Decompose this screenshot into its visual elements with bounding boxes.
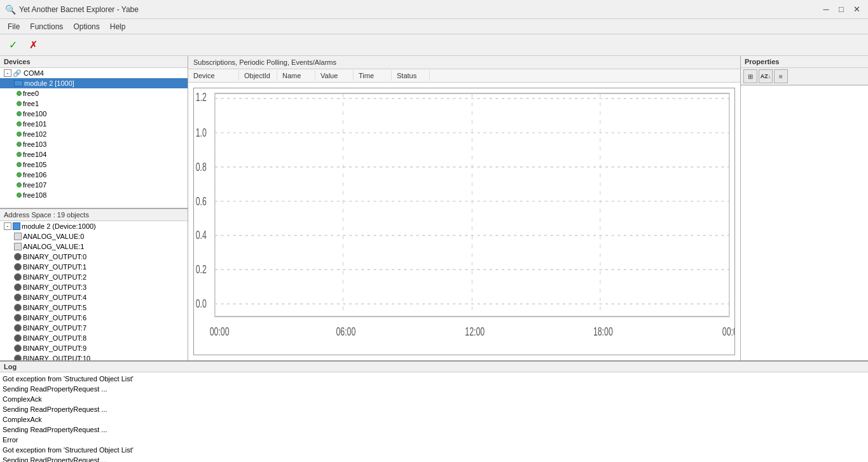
- expand-as[interactable]: -: [4, 222, 11, 230]
- com4-icon: 🔗: [13, 69, 22, 78]
- th-status: Status: [392, 71, 430, 81]
- tree-item-free103[interactable]: free103: [0, 139, 188, 149]
- binary2-label: BINARY_OUTPUT:2: [23, 273, 86, 281]
- as-binary0[interactable]: BINARY_OUTPUT:0: [0, 252, 188, 262]
- free105-label: free105: [23, 161, 46, 168]
- tree-item-free107[interactable]: free107: [0, 180, 188, 190]
- analog-icon: [14, 243, 22, 250]
- binary8-label: BINARY_OUTPUT:8: [23, 334, 86, 342]
- table-header: Device ObjectId Name Value Time Status: [188, 69, 740, 83]
- node-circle: [17, 142, 22, 147]
- tree-item-free0[interactable]: free0: [0, 88, 188, 99]
- tree-item-free104[interactable]: free104: [0, 149, 188, 160]
- log-line: Sending ReadPropertyRequest ...: [3, 425, 865, 435]
- properties-content: [741, 85, 868, 360]
- subscriptions-tab[interactable]: Subscriptions, Periodic Polling, Events/…: [188, 56, 740, 69]
- binary3-label: BINARY_OUTPUT:3: [23, 283, 86, 291]
- minimize-button[interactable]: ─: [820, 3, 832, 16]
- svg-text:00:00: 00:00: [722, 325, 734, 338]
- free101-label: free101: [23, 120, 46, 128]
- node-circle: [17, 172, 22, 177]
- th-name: Name: [277, 71, 315, 81]
- module2-label: module 2 [1000]: [24, 79, 74, 87]
- node-circle: [17, 132, 22, 137]
- menu-options[interactable]: Options: [68, 21, 104, 32]
- menu-functions[interactable]: Functions: [25, 21, 68, 32]
- close-button[interactable]: ✕: [850, 3, 863, 16]
- as-binary7[interactable]: BINARY_OUTPUT:7: [0, 323, 188, 333]
- properties-sort-btn[interactable]: ⊞: [743, 69, 757, 83]
- expand-com4[interactable]: -: [4, 69, 11, 77]
- th-device: Device: [188, 71, 239, 81]
- tree-item-free102[interactable]: free102: [0, 129, 188, 139]
- as-module2[interactable]: - module 2 (Device:1000): [0, 221, 188, 231]
- tree-item-module2[interactable]: module 2 [1000]: [0, 78, 188, 88]
- maximize-button[interactable]: □: [835, 3, 848, 16]
- left-panel: Devices - 🔗 COM4 module 2 [1000]: [0, 56, 188, 360]
- free104-label: free104: [23, 151, 46, 158]
- free106-label: free106: [23, 171, 46, 179]
- log-header: Log: [0, 362, 868, 372]
- free1-label: free1: [23, 100, 39, 107]
- properties-az-btn[interactable]: AZ↓: [759, 69, 773, 83]
- log-content[interactable]: Got exception from 'Structured Object Li…: [0, 372, 868, 462]
- analog0-label: ANALOG_VALUE:0: [23, 233, 84, 240]
- log-line: Got exception from 'Structured Object Li…: [3, 445, 865, 455]
- binary-icon: [14, 294, 22, 301]
- binary-icon: [14, 273, 22, 281]
- th-objectid: ObjectId: [239, 71, 277, 81]
- svg-text:1.0: 1.0: [196, 126, 207, 139]
- svg-text:12:00: 12:00: [465, 325, 485, 338]
- as-binary8[interactable]: BINARY_OUTPUT:8: [0, 333, 188, 343]
- as-binary9[interactable]: BINARY_OUTPUT:9: [0, 343, 188, 353]
- binary-icon: [14, 334, 22, 342]
- binary5-label: BINARY_OUTPUT:5: [23, 304, 86, 311]
- menu-help[interactable]: Help: [105, 21, 131, 32]
- node-circle: [17, 91, 22, 96]
- as-binary5[interactable]: BINARY_OUTPUT:5: [0, 302, 188, 313]
- refresh-button[interactable]: ✓: [4, 36, 22, 54]
- tree-item-free106[interactable]: free106: [0, 170, 188, 180]
- properties-list-btn[interactable]: ≡: [774, 69, 788, 83]
- as-binary6[interactable]: BINARY_OUTPUT:6: [0, 313, 188, 323]
- stop-button[interactable]: ✗: [24, 36, 42, 54]
- app-icon: 🔍: [5, 4, 15, 15]
- chart-container: 1.2 1.0 0.8 0.6 0.4 0.2 0.0: [193, 88, 735, 355]
- title-text: Yet Another Bacnet Explorer - Yabe: [19, 5, 863, 14]
- as-analog0[interactable]: ANALOG_VALUE:0: [0, 231, 188, 241]
- title-bar: 🔍 Yet Another Bacnet Explorer - Yabe ─ □…: [0, 0, 868, 19]
- as-binary2[interactable]: BINARY_OUTPUT:2: [0, 272, 188, 282]
- menu-file[interactable]: File: [3, 21, 25, 32]
- address-space-tree[interactable]: - module 2 (Device:1000) ANALOG_VALUE:0 …: [0, 221, 188, 361]
- node-circle: [17, 152, 22, 157]
- binary-icon: [14, 304, 22, 311]
- free108-label: free108: [23, 191, 46, 199]
- tree-item-free105[interactable]: free105: [0, 160, 188, 170]
- as-binary10[interactable]: BINARY_OUTPUT:10: [0, 353, 188, 361]
- as-analog1[interactable]: ANALOG_VALUE:1: [0, 241, 188, 252]
- devices-tree[interactable]: - 🔗 COM4 module 2 [1000] free0: [0, 68, 188, 208]
- log-line: Sending ReadPropertyRequest ...: [3, 384, 865, 394]
- as-binary4[interactable]: BINARY_OUTPUT:4: [0, 292, 188, 302]
- tree-item-free101[interactable]: free101: [0, 119, 188, 129]
- tree-item-free100[interactable]: free100: [0, 109, 188, 119]
- log-line: ComplexAck: [3, 414, 865, 425]
- address-space-header: Address Space : 19 objects: [0, 208, 188, 221]
- node-circle: [17, 101, 22, 106]
- module-icon: [14, 80, 23, 86]
- binary-icon: [14, 263, 22, 271]
- binary-icon: [14, 314, 22, 322]
- svg-text:0.4: 0.4: [196, 229, 207, 241]
- device-icon: [13, 222, 20, 230]
- right-panel: Properties ⊞ AZ↓ ≡: [741, 56, 868, 360]
- tree-item-free108[interactable]: free108: [0, 190, 188, 200]
- as-binary3[interactable]: BINARY_OUTPUT:3: [0, 282, 188, 292]
- tree-root-com4[interactable]: - 🔗 COM4: [0, 68, 188, 78]
- binary10-label: BINARY_OUTPUT:10: [23, 355, 90, 361]
- free100-label: free100: [23, 110, 46, 118]
- center-panel: Subscriptions, Periodic Polling, Events/…: [188, 56, 741, 360]
- tree-item-free1[interactable]: free1: [0, 99, 188, 109]
- log-line: ComplexAck: [3, 394, 865, 404]
- free107-label: free107: [23, 181, 46, 189]
- as-binary1[interactable]: BINARY_OUTPUT:1: [0, 262, 188, 272]
